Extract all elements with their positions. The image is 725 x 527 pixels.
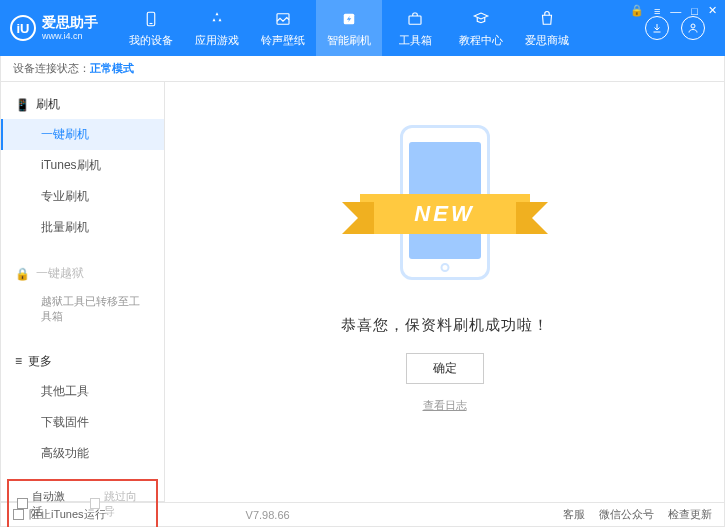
status-bar: 设备连接状态： 正常模式 [0, 56, 725, 82]
main-content: NEW 恭喜您，保资料刷机成功啦！ 确定 查看日志 [165, 82, 725, 502]
view-log-link[interactable]: 查看日志 [423, 398, 467, 413]
success-message: 恭喜您，保资料刷机成功啦！ [341, 316, 549, 335]
nav-label: 铃声壁纸 [261, 33, 305, 48]
checkbox-icon [13, 509, 24, 520]
app-logo: iU 爱思助手 www.i4.cn [10, 14, 98, 42]
apps-icon [207, 9, 227, 29]
menu-icon[interactable]: ≡ [652, 5, 662, 17]
new-ribbon: NEW [360, 194, 530, 234]
lock-icon[interactable]: 🔒 [628, 4, 646, 17]
footer-link-wechat[interactable]: 微信公众号 [599, 507, 654, 522]
app-url: www.i4.cn [42, 31, 98, 42]
logo-icon: iU [10, 15, 36, 41]
top-nav: 我的设备 应用游戏 铃声壁纸 智能刷机 工具箱 教程中心 爱思商城 [118, 0, 645, 56]
status-label: 设备连接状态： [13, 61, 90, 76]
more-icon: ≡ [15, 354, 22, 368]
svg-point-5 [691, 24, 695, 28]
close-button[interactable]: ✕ [706, 4, 719, 17]
ok-button[interactable]: 确定 [406, 353, 484, 384]
sidebar-item-itunes-flash[interactable]: iTunes刷机 [1, 150, 164, 181]
store-icon [537, 9, 557, 29]
version-label: V7.98.66 [246, 509, 290, 521]
checkbox-label: 阻止iTunes运行 [29, 507, 106, 522]
nav-my-device[interactable]: 我的设备 [118, 0, 184, 56]
nav-label: 我的设备 [129, 33, 173, 48]
checkbox-block-itunes[interactable]: 阻止iTunes运行 [13, 507, 106, 522]
download-button[interactable] [645, 16, 669, 40]
nav-label: 教程中心 [459, 33, 503, 48]
nav-smart-flash[interactable]: 智能刷机 [316, 0, 382, 56]
nav-toolbox[interactable]: 工具箱 [382, 0, 448, 56]
user-button[interactable] [681, 16, 705, 40]
sidebar-item-other-tools[interactable]: 其他工具 [1, 376, 164, 407]
nav-label: 应用游戏 [195, 33, 239, 48]
checkbox-label: 跳过向导 [104, 489, 148, 519]
sidebar-header-label: 更多 [28, 353, 52, 370]
footer-link-support[interactable]: 客服 [563, 507, 585, 522]
footer-link-update[interactable]: 检查更新 [668, 507, 712, 522]
nav-store[interactable]: 爱思商城 [514, 0, 580, 56]
nav-label: 工具箱 [399, 33, 432, 48]
nav-apps-games[interactable]: 应用游戏 [184, 0, 250, 56]
flash-icon [339, 9, 359, 29]
device-icon [141, 9, 161, 29]
sidebar-item-pro-flash[interactable]: 专业刷机 [1, 181, 164, 212]
nav-tutorials[interactable]: 教程中心 [448, 0, 514, 56]
sidebar-header-label: 刷机 [36, 96, 60, 113]
status-mode: 正常模式 [90, 61, 134, 76]
svg-rect-4 [409, 16, 421, 24]
sidebar-jailbreak-note: 越狱工具已转移至工具箱 [1, 288, 164, 331]
sidebar-more-header[interactable]: ≡ 更多 [1, 347, 164, 376]
sidebar-item-advanced[interactable]: 高级功能 [1, 438, 164, 469]
wallpaper-icon [273, 9, 293, 29]
sidebar-jailbreak-header: 🔒 一键越狱 [1, 259, 164, 288]
sidebar-header-label: 一键越狱 [36, 265, 84, 282]
maximize-button[interactable]: □ [689, 5, 700, 17]
nav-label: 爱思商城 [525, 33, 569, 48]
sidebar-flash-header[interactable]: 📱 刷机 [1, 90, 164, 119]
sidebar-item-download-firmware[interactable]: 下载固件 [1, 407, 164, 438]
nav-label: 智能刷机 [327, 33, 371, 48]
device-small-icon: 📱 [15, 98, 30, 112]
tutorial-icon [471, 9, 491, 29]
sidebar-item-batch-flash[interactable]: 批量刷机 [1, 212, 164, 243]
app-title: 爱思助手 [42, 14, 98, 31]
lock-icon: 🔒 [15, 267, 30, 281]
sidebar: 📱 刷机 一键刷机 iTunes刷机 专业刷机 批量刷机 🔒 一键越狱 越狱工具… [0, 82, 165, 502]
nav-ringtone-wallpaper[interactable]: 铃声壁纸 [250, 0, 316, 56]
success-illustration: NEW [345, 112, 545, 292]
toolbox-icon [405, 9, 425, 29]
minimize-button[interactable]: — [668, 5, 683, 17]
sidebar-item-one-click-flash[interactable]: 一键刷机 [1, 119, 164, 150]
